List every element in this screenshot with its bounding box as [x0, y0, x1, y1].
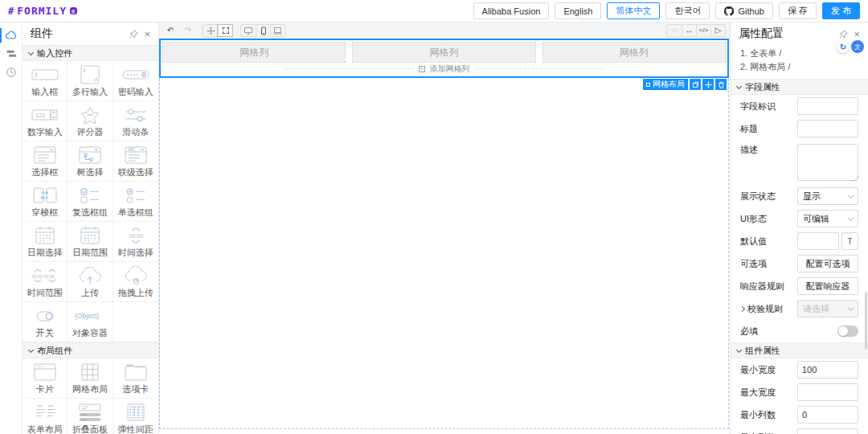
component-label: 拖拽上传 — [118, 287, 154, 299]
section-component-props[interactable]: 组件属性 — [731, 342, 868, 358]
ui-pattern-select[interactable]: 可编辑 — [797, 210, 858, 227]
breadcrumb-item-grid[interactable]: 2. 网格布局 / — [740, 60, 858, 74]
max-width-input[interactable] — [797, 383, 858, 401]
screenshot-icon[interactable]: ○ — [667, 25, 682, 36]
device-mobile-icon[interactable] — [256, 25, 270, 36]
language-chinese-button[interactable]: 简体中文 — [607, 2, 660, 19]
selection-mode-icon[interactable] — [218, 25, 232, 36]
close-panel-icon[interactable]: × — [144, 29, 150, 39]
field-description-textarea[interactable] — [797, 144, 858, 181]
redo-icon[interactable]: ↷ — [181, 25, 195, 36]
component-item-date-picker[interactable]: 日期选择 — [23, 222, 68, 262]
pin-icon[interactable] — [839, 30, 848, 39]
pin-icon[interactable] — [129, 30, 138, 39]
component-item-drag-upload[interactable]: 拖拽上传 — [113, 262, 158, 302]
default-value-input[interactable] — [797, 232, 839, 250]
transfer-icon — [30, 185, 60, 206]
language-english-button[interactable]: English — [555, 2, 601, 19]
device-desktop-icon[interactable] — [241, 25, 256, 36]
component-item-input[interactable]: 输入框 — [23, 61, 68, 101]
component-item-select[interactable]: 选择框 — [23, 141, 68, 182]
component-item-time-picker[interactable]: 00:00 时间选择 — [113, 222, 158, 262]
component-item-switch[interactable]: 开关 — [23, 302, 68, 342]
component-item-transfer[interactable]: 穿梭框 — [23, 182, 68, 222]
delete-node-button[interactable] — [715, 79, 727, 90]
grid-column[interactable]: 网格列 — [542, 42, 726, 63]
component-item-upload[interactable]: 上传 — [68, 262, 113, 302]
grid-column[interactable]: 网格列 — [162, 42, 346, 63]
translate-language-icon[interactable]: 文 — [851, 40, 864, 53]
component-item-flex-gap[interactable]: 弹性间距 — [113, 399, 158, 434]
min-width-input[interactable] — [797, 361, 858, 379]
rail-components-tab[interactable] — [0, 27, 23, 43]
move-node-button[interactable] — [702, 79, 714, 90]
value-type-button[interactable]: T — [841, 232, 858, 250]
device-responsive-icon[interactable] — [270, 25, 285, 36]
publish-button[interactable]: 发 布 — [822, 2, 860, 19]
chevron-down-icon — [28, 346, 34, 352]
field-label: UI形态 — [740, 213, 767, 225]
copy-node-button[interactable] — [690, 79, 701, 90]
input-components-grid: 输入框 多行输入 密码输入 123 数字输入 评分器 滑动条 — [23, 61, 158, 342]
component-item-slider[interactable]: 滑动条 — [113, 101, 158, 141]
field-row-max-width: 最大宽度 — [731, 381, 868, 403]
github-button[interactable]: Github — [715, 2, 772, 19]
chevron-down-icon — [736, 83, 742, 88]
component-item-card[interactable]: 卡片 — [23, 358, 68, 399]
selected-node-tag[interactable]: 网格布局 — [643, 79, 688, 90]
selected-grid-layout[interactable]: 网格列 网格列 网格列 + 添加网格列 — [159, 39, 729, 78]
component-item-date-range[interactable]: 日期范围 — [68, 222, 113, 262]
component-item-time-range[interactable]: 00:00 00:00 时间范围 — [23, 262, 68, 302]
language-korean-button[interactable]: 한국어 — [665, 2, 710, 19]
component-item-number[interactable]: 123 数字输入 — [23, 101, 68, 141]
component-item-cascader[interactable]: ABC 联级选择 — [113, 141, 158, 182]
scrollbar-thumb[interactable] — [865, 292, 867, 350]
section-field-props[interactable]: 字段属性 — [731, 79, 868, 95]
component-item-tree-select[interactable]: 树选择 — [68, 141, 113, 182]
section-input-controls[interactable]: 输入控件 — [23, 45, 158, 61]
section-layout-components[interactable]: 布局组件 — [23, 342, 158, 358]
translate-refresh-icon[interactable]: ↻ — [837, 40, 850, 53]
save-button[interactable]: 保 存 — [779, 2, 817, 19]
rail-outline-tab[interactable] — [0, 46, 23, 62]
add-grid-column-button[interactable]: + 添加网格列 — [162, 63, 726, 75]
switch-icon — [30, 305, 60, 326]
chevron-right-icon[interactable] — [739, 305, 745, 311]
topbar: # FORMILY @ Alibaba Fusion English 简体中文 … — [0, 0, 868, 23]
undo-icon[interactable]: ↶ — [163, 25, 178, 36]
component-label: 复选框组 — [72, 207, 108, 219]
fit-width-icon[interactable]: ↔ — [682, 25, 696, 36]
form-designer-app: # FORMILY @ Alibaba Fusion English 简体中文 … — [0, 0, 868, 434]
display-state-select[interactable]: 显示 — [797, 187, 858, 205]
component-item-grid-layout[interactable]: 网格布局 — [68, 358, 113, 399]
alibaba-fusion-button[interactable]: Alibaba Fusion — [473, 2, 550, 19]
component-item-form-layout[interactable]: 表单布局 — [23, 399, 68, 434]
max-columns-input[interactable] — [797, 428, 858, 434]
close-panel-icon[interactable]: × — [854, 29, 860, 39]
field-name-input[interactable] — [797, 97, 858, 115]
field-title-input[interactable] — [797, 120, 858, 137]
component-item-object-container[interactable]: {Object} 对象容器 — [68, 302, 113, 342]
drag-mode-icon[interactable] — [203, 25, 218, 36]
rail-history-tab[interactable] — [0, 64, 23, 80]
component-item-radio-group[interactable]: 单选框组 — [113, 182, 158, 222]
input-icon — [30, 64, 60, 85]
component-item-rate[interactable]: 评分器 — [68, 101, 113, 141]
field-row-min-width: 最小宽度 — [731, 358, 868, 381]
root-form-area[interactable]: 网格列 网格列 网格列 + 添加网格列 网格布局 — [159, 39, 729, 429]
rate-star-icon — [75, 104, 105, 125]
component-item-password[interactable]: 密码输入 — [113, 61, 158, 101]
component-item-textarea[interactable]: 多行输入 — [68, 61, 113, 101]
min-columns-input[interactable] — [797, 406, 858, 424]
section-label: 输入控件 — [37, 47, 72, 59]
configure-reactions-button[interactable]: 配置响应器 — [797, 277, 858, 295]
source-code-icon[interactable]: </> — [696, 25, 710, 36]
configure-options-button[interactable]: 配置可选项 — [797, 255, 858, 272]
grid-column[interactable]: 网格列 — [352, 42, 535, 63]
component-item-tab-card[interactable]: 选项卡 — [113, 358, 158, 399]
component-item-checkbox-group[interactable]: 复选框组 — [68, 182, 113, 222]
component-item-collapse[interactable]: 折叠面板 — [68, 399, 113, 434]
validation-select[interactable]: 请选择 — [797, 300, 858, 317]
preview-play-icon[interactable]: ▷ — [710, 25, 725, 36]
required-toggle[interactable] — [837, 326, 858, 337]
